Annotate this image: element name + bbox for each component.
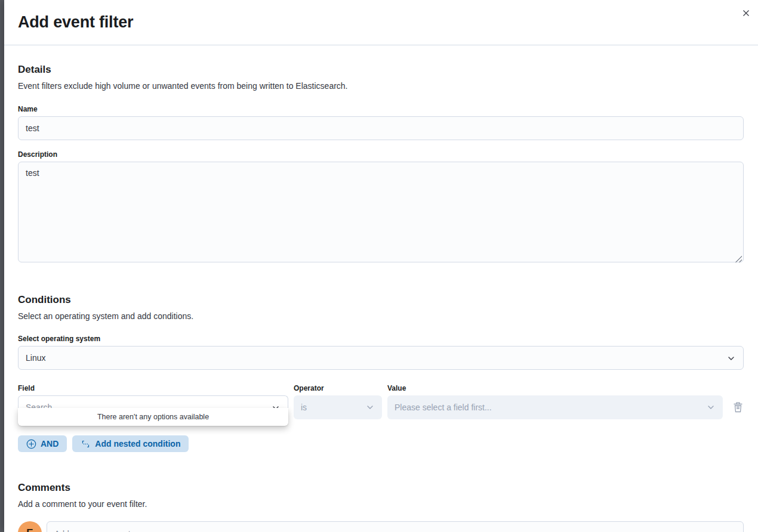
add-event-filter-flyout: Add event filter Details Event filters e…	[4, 0, 758, 532]
chevron-down-icon	[706, 403, 716, 412]
field-label: Field	[18, 384, 288, 392]
close-icon	[741, 8, 751, 18]
trash-icon	[732, 401, 744, 413]
details-section: Details Event filters exclude high volum…	[18, 64, 744, 265]
page-backdrop	[0, 0, 4, 532]
os-select-value: Linux	[26, 353, 45, 363]
details-description: Event filters exclude high volume or unw…	[18, 80, 744, 92]
avatar: E	[18, 521, 42, 532]
conditions-section: Conditions Select an operating system an…	[18, 294, 744, 452]
field-options-popover: There aren't any options available	[18, 408, 288, 426]
os-select[interactable]: Linux	[18, 346, 744, 370]
no-options-message: There aren't any options available	[97, 413, 209, 421]
os-select-label: Select operating system	[18, 335, 744, 343]
nested-icon	[81, 439, 91, 449]
operator-select: is	[294, 395, 382, 419]
value-label: Value	[387, 384, 723, 392]
add-nested-condition-label: Add nested condition	[95, 439, 180, 449]
name-label: Name	[18, 105, 744, 113]
name-input[interactable]	[18, 116, 744, 140]
operator-label: Operator	[294, 384, 382, 392]
condition-entry-row: Field Search There aren't any options av…	[18, 384, 744, 419]
close-button[interactable]	[739, 6, 753, 20]
conditions-heading: Conditions	[18, 294, 744, 306]
and-button[interactable]: AND	[18, 435, 67, 452]
flyout-header: Add event filter	[4, 0, 758, 45]
new-comment-textarea[interactable]	[47, 521, 744, 532]
value-select: Please select a field first...	[387, 395, 723, 419]
operator-select-value: is	[301, 403, 307, 412]
comments-description: Add a comment to your event filter.	[18, 498, 744, 511]
description-textarea[interactable]: test	[18, 162, 744, 262]
chevron-down-icon	[365, 403, 375, 412]
chevron-down-icon	[726, 354, 736, 363]
value-select-placeholder: Please select a field first...	[395, 403, 492, 412]
comments-section: Comments Add a comment to your event fil…	[18, 482, 744, 532]
and-button-label: AND	[41, 439, 58, 449]
flyout-title: Add event filter	[18, 13, 744, 32]
details-heading: Details	[18, 64, 744, 76]
flyout-body: Details Event filters exclude high volum…	[4, 45, 758, 532]
conditions-description: Select an operating system and add condi…	[18, 310, 744, 323]
delete-condition-button[interactable]	[732, 401, 744, 415]
description-label: Description	[18, 150, 744, 159]
comments-heading: Comments	[18, 482, 744, 494]
condition-actions: AND Add nested condition	[18, 435, 744, 452]
plus-circle-icon	[26, 439, 36, 449]
new-comment-row: E	[18, 521, 744, 532]
add-nested-condition-button[interactable]: Add nested condition	[72, 435, 189, 452]
